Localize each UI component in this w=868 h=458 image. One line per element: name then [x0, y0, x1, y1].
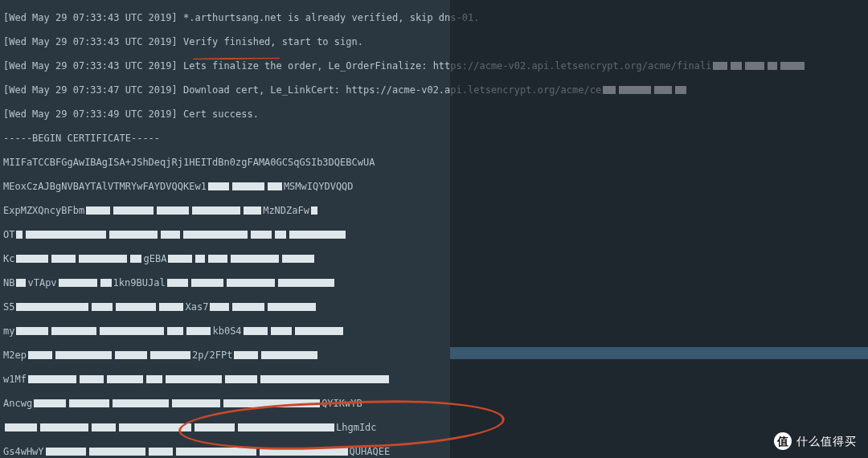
log-line: [Wed May 29 07:33:43 UTC 2019] Verify fi… [3, 36, 865, 48]
log-message-cert-success: Cert success. [178, 108, 259, 120]
timestamp: [Wed May 29 07:33:43 UTC 2019] [3, 60, 178, 72]
timestamp: [Wed May 29 07:33:43 UTC 2019] [3, 12, 178, 23]
cert-row: ExpMZXQncyBFbmMzNDZaFw [3, 205, 865, 217]
cert-row: mykb0S4 [3, 325, 865, 337]
cert-row: Gs4wHwYQUHAQEE [3, 446, 865, 458]
cert-row: LhgmIdc [3, 422, 865, 434]
cert-row: M2ep2p/2FPt [3, 350, 865, 362]
log-message: Verify finished, start to sign. [178, 36, 363, 47]
timestamp: [Wed May 29 07:33:49 UTC 2019] [3, 108, 178, 120]
log-line: [Wed May 29 07:33:43 UTC 2019] *.arthurt… [3, 12, 865, 24]
cert-row: MEoxCzAJBgNVBAYTAlVTMRYwFAYDVQQKEw1MSMwI… [3, 181, 865, 193]
cert-row: OT [3, 229, 865, 241]
cert-row: KcgEBA [3, 253, 865, 265]
log-message: *.arthurtsang.net is already verified, s… [178, 12, 480, 23]
timestamp: [Wed May 29 07:33:47 UTC 2019] [3, 84, 178, 96]
log-line: [Wed May 29 07:33:43 UTC 2019] Lets fina… [3, 60, 865, 72]
log-message: Download cert, Le_LinkCert: https://acme… [178, 84, 601, 96]
log-line: [Wed May 29 07:33:47 UTC 2019] Download … [3, 84, 865, 96]
cert-row: AncwgQYIKwYB [3, 398, 865, 410]
cert-row: S5Xas7 [3, 301, 865, 313]
cert-row: MIIFaTCCBFGgAwIBAgISA+JShDeqjRj1HEITdBn0… [3, 157, 865, 169]
cert-row: w1Mf [3, 374, 865, 386]
log-message: Lets finalize the order, Le_OrderFinaliz… [178, 60, 712, 72]
log-line: [Wed May 29 07:33:49 UTC 2019] Cert succ… [3, 108, 865, 121]
cert-row: NBvTApv1kn9BUJal [3, 277, 865, 289]
terminal-output: [Wed May 29 07:33:43 UTC 2019] *.arthurt… [0, 0, 868, 458]
timestamp: [Wed May 29 07:33:43 UTC 2019] [3, 36, 178, 47]
cert-begin: -----BEGIN CERTIFICATE----- [3, 133, 865, 145]
